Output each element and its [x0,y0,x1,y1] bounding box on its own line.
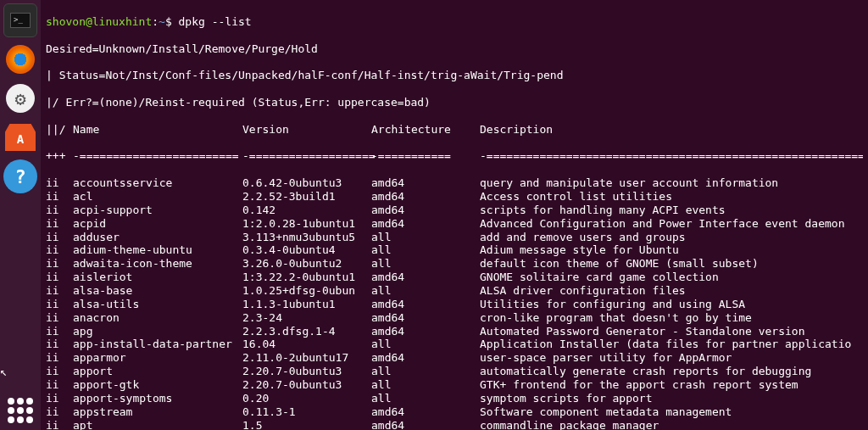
unity-launcher: ? [0,0,41,430]
package-row: ii apport2.20.7-0ubuntu3allautomatically… [46,365,863,378]
separator-row: +++-========================-===========… [46,149,863,163]
firefox-icon[interactable] [3,42,37,76]
header-line-2: |/ Err?=(none)/Reinst-required (Status,E… [46,96,863,109]
column-headers: ||/NameVersionArchitectureDescription [46,123,863,137]
package-row: ii apt1.5amd64commandline package manage… [46,419,863,430]
package-row: ii apg2.2.3.dfsg.1-4amd64Automated Passw… [46,325,863,338]
package-row: ii adwaita-icon-theme3.26.0-0ubuntu2alld… [46,257,863,271]
package-row: ii adduser3.113+nmu3ubuntu5alladd and re… [46,231,863,244]
package-row: ii anacron2.3-24amd64cron-like program t… [46,311,863,325]
terminal-window[interactable]: shovon@linuxhint:~$ dpkg --list Desired=… [41,0,868,430]
package-row: ii apport-symptoms0.20allsymptom scripts… [46,392,863,405]
package-row: ii apport-gtk2.20.7-0ubuntu3allGTK+ fron… [46,378,863,392]
package-row: ii acl2.2.52-3build1amd64Access control … [46,190,863,204]
package-row: ii aisleriot1:3.22.2-0ubuntu1amd64GNOME … [46,271,863,284]
package-row: ii app-install-data-partner16.04allAppli… [46,338,863,351]
header-line-1: | Status=Not/Inst/Conf-files/Unpacked/ha… [46,69,863,82]
ubuntu-software-icon[interactable] [3,120,37,154]
prompt-user: shovon@linuxhint [46,15,152,28]
terminal-icon[interactable] [3,3,37,37]
package-row: ii apparmor2.11.0-2ubuntu17amd64user-spa… [46,351,863,365]
package-row: ii acpi-support0.142amd64scripts for han… [46,204,863,217]
package-row: ii alsa-base1.0.25+dfsg-0ubunallALSA dri… [46,284,863,298]
rhythmbox-icon[interactable] [3,81,37,115]
prompt-line: shovon@linuxhint:~$ dpkg --list [46,15,863,29]
help-icon[interactable]: ? [3,159,37,193]
package-row: ii alsa-utils1.1.3-1ubuntu1amd64Utilitie… [46,298,863,311]
package-row: ii adium-theme-ubuntu0.3.4-0ubuntu4allAd… [46,243,863,257]
package-row: ii appstream0.11.3-1amd64Software compon… [46,405,863,419]
package-row: ii acpid1:2.0.28-1ubuntu1amd64Advanced C… [46,217,863,231]
apps-grid-icon[interactable] [8,398,33,423]
prompt-path: ~ [159,15,165,28]
header-line-0: Desired=Unknown/Install/Remove/Purge/Hol… [46,42,863,56]
package-list: ii accountsservice0.6.42-0ubuntu3amd64qu… [46,176,863,430]
command-text: dpkg --list [179,15,252,28]
package-row: ii accountsservice0.6.42-0ubuntu3amd64qu… [46,176,863,190]
